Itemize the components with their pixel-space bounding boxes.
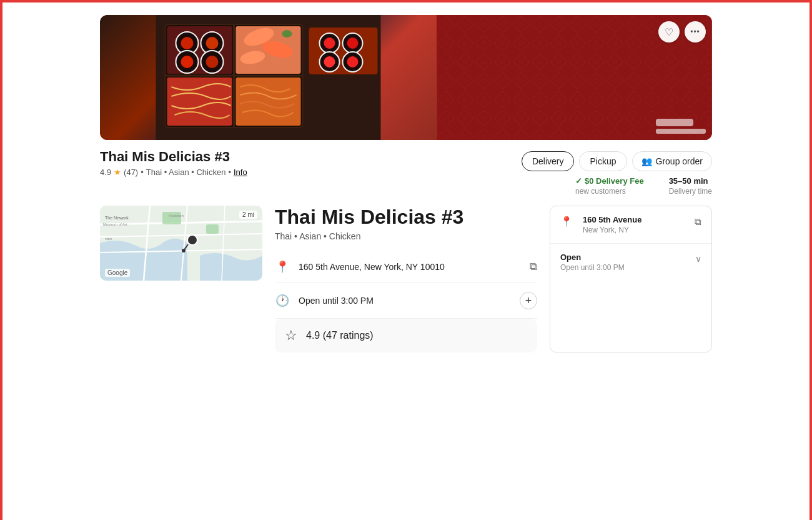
hero-food-left <box>100 15 437 140</box>
more-icon: ••• <box>690 28 700 36</box>
group-order-button[interactable]: 👥 Group order <box>632 151 712 171</box>
map-scale: 2 mi <box>239 211 257 219</box>
pickup-button[interactable]: Pickup <box>579 151 626 171</box>
svg-text:Hoboken: Hoboken <box>169 214 184 218</box>
action-buttons: Delivery Pickup 👥 Group order <box>522 151 712 171</box>
svg-point-10 <box>181 56 194 68</box>
info-panel-meta: Thai • Asian • Chicken <box>275 231 537 241</box>
delivery-time-label: Delivery time <box>669 187 712 196</box>
right-card-address-city: New York, NY <box>583 226 641 234</box>
ratings-card: ☆ 4.9 (47 ratings) <box>275 319 537 352</box>
more-options-button[interactable]: ••• <box>685 21 706 42</box>
svg-rect-19 <box>236 78 301 126</box>
delivery-fee-sub: new customers <box>575 187 644 196</box>
svg-rect-20 <box>309 28 378 74</box>
svg-point-24 <box>347 38 359 49</box>
cuisines: Thai • Asian • Chicken <box>146 168 226 177</box>
ratings-text: 4.9 (47 ratings) <box>306 330 374 341</box>
right-card-pin-icon: 📍 <box>560 216 573 228</box>
svg-point-22 <box>324 38 335 49</box>
svg-point-8 <box>206 37 219 49</box>
delivery-fee-badge: ✓ $0 Delivery Fee new customers <box>575 176 644 196</box>
delivery-time-badge: 35–50 min Delivery time <box>669 176 712 196</box>
address-pin-icon: 📍 <box>275 260 290 274</box>
restaurant-name: Thai Mis Delicias #3 <box>100 149 247 165</box>
separator-1: • <box>141 168 144 177</box>
check-icon: ✓ <box>575 176 582 186</box>
svg-point-17 <box>282 30 292 38</box>
delivery-time-main: 35–50 min <box>669 176 712 186</box>
map-container[interactable]: The Newark Museum of Art vark Hoboken Go… <box>100 206 262 281</box>
food-illustration <box>100 15 437 140</box>
svg-point-48 <box>182 249 186 252</box>
right-card-address-text-block: 160 5th Avenue New York, NY <box>583 215 641 234</box>
svg-point-6 <box>181 37 194 49</box>
info-panel: Thai Mis Delicias #3 Thai • Asian • Chic… <box>275 206 537 352</box>
main-container: THAI MUNA ✿ ♡ ••• <box>100 15 712 352</box>
page-wrapper: THAI MUNA ✿ ♡ ••• <box>2 2 810 520</box>
group-icon: 👥 <box>641 156 652 166</box>
expand-hours-button[interactable]: + <box>520 292 537 309</box>
plate-decoration <box>656 119 706 134</box>
delivery-fee-main: ✓ $0 Delivery Fee <box>575 176 644 186</box>
right-card-address-main: 160 5th Avenue <box>583 215 641 224</box>
plus-icon: + <box>525 294 532 308</box>
info-panel-title: Thai Mis Delicias #3 <box>275 206 537 229</box>
star-icon: ★ <box>114 168 121 177</box>
map-google-label: Google <box>105 269 130 277</box>
restaurant-title-section: Thai Mis Delicias #3 4.9 ★ (47) • Thai •… <box>100 149 247 177</box>
svg-point-28 <box>347 56 359 68</box>
right-card-open-content: Open Open until 3:00 PM <box>560 252 625 272</box>
hours-row: 🕐 Open until 3:00 PM + <box>275 283 537 319</box>
main-content: The Newark Museum of Art vark Hoboken Go… <box>100 206 712 352</box>
svg-point-26 <box>324 56 335 68</box>
address-text: 160 5th Avenue, New York, NY 10010 <box>299 262 521 272</box>
hero-actions: ♡ ••• <box>658 21 706 42</box>
info-link[interactable]: Info <box>234 168 247 177</box>
separator-2: • <box>228 168 231 177</box>
delivery-button[interactable]: Delivery <box>522 151 575 171</box>
right-card-address-content: 📍 160 5th Avenue New York, NY <box>560 215 641 234</box>
restaurant-header: Thai Mis Delicias #3 4.9 ★ (47) • Thai •… <box>100 149 712 196</box>
hero-inner: THAI MUNA ✿ <box>100 15 712 140</box>
rating-value: 4.9 <box>100 168 111 177</box>
delivery-fee-text: $0 Delivery Fee <box>585 176 644 186</box>
copy-address-button[interactable]: ⧉ <box>530 261 537 273</box>
svg-rect-41 <box>206 224 219 234</box>
hours-text: Open until 3:00 PM <box>299 296 511 306</box>
svg-point-12 <box>206 56 219 68</box>
copy-icon: ⧉ <box>530 261 537 272</box>
svg-point-46 <box>187 235 197 245</box>
restaurant-meta: 4.9 ★ (47) • Thai • Asian • Chicken • In… <box>100 168 247 177</box>
svg-text:vark: vark <box>105 237 112 241</box>
favorite-button[interactable]: ♡ <box>658 21 680 42</box>
right-info-card: 📍 160 5th Avenue New York, NY ⧉ Open Ope… <box>550 206 712 352</box>
clock-icon: 🕐 <box>275 294 290 308</box>
ratings-star-icon: ☆ <box>285 328 297 344</box>
right-card-open-section: Open Open until 3:00 PM ∨ <box>550 244 711 281</box>
hero-image: THAI MUNA ✿ ♡ ••• <box>100 15 712 140</box>
right-card-status: Open <box>560 252 625 262</box>
right-card-copy-icon[interactable]: ⧉ <box>695 216 701 228</box>
group-order-label: Group order <box>656 156 703 166</box>
right-card-address-section: 📍 160 5th Avenue New York, NY ⧉ <box>550 206 711 244</box>
address-row: 📍 160 5th Avenue, New York, NY 10010 ⧉ <box>275 251 537 283</box>
order-options-section: Delivery Pickup 👥 Group order ✓ $0 Deliv… <box>522 149 712 196</box>
review-count: (47) <box>124 168 138 177</box>
right-card-open-until: Open until 3:00 PM <box>560 263 625 272</box>
delivery-info: ✓ $0 Delivery Fee new customers 35–50 mi… <box>522 176 712 196</box>
svg-text:Museum of Art: Museum of Art <box>103 222 127 226</box>
right-card-chevron-icon[interactable]: ∨ <box>695 254 701 264</box>
svg-text:The Newark: The Newark <box>105 216 129 220</box>
